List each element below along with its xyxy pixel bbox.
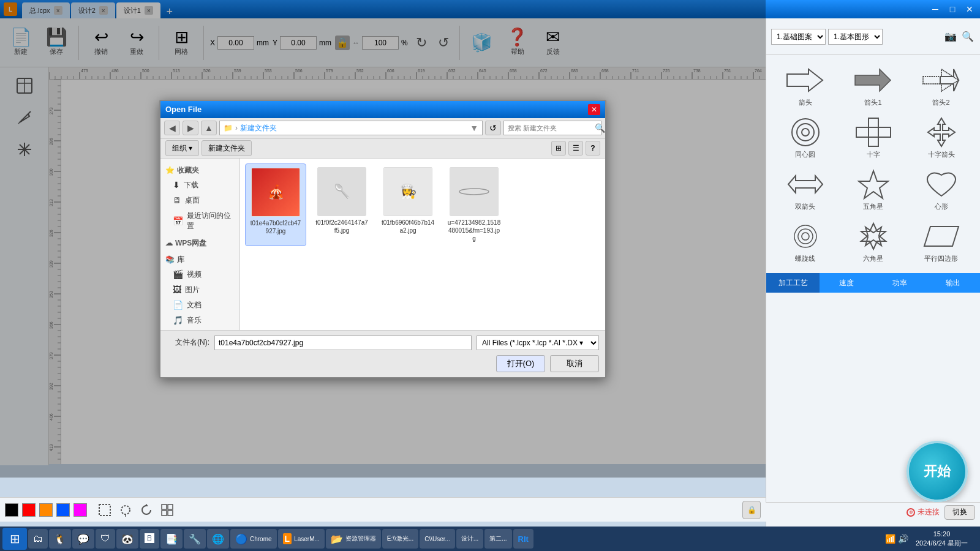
filetype-select[interactable]: All Files (*.lcpx *.lcp *.AI *.DX ▾	[477, 335, 599, 350]
taskbar-item-laser2[interactable]: E:\\激光...	[382, 529, 418, 549]
shape-cross-arrow[interactable]: 十字箭头	[910, 114, 973, 162]
color-red[interactable]	[22, 503, 36, 517]
switch-button[interactable]: 切换	[944, 505, 975, 520]
nav-refresh-button[interactable]: ↺	[485, 121, 501, 135]
shape-parallelogram[interactable]: 平行四边形	[910, 219, 973, 266]
search-icon[interactable]: 🔍	[960, 29, 975, 44]
grid-tool[interactable]	[158, 501, 176, 519]
nav-up-button[interactable]: ▲	[201, 121, 217, 135]
svg-point-239	[797, 124, 814, 141]
tray-network-icon[interactable]: 📶	[885, 534, 895, 544]
tab-power[interactable]: 功率	[873, 273, 927, 293]
taskbar-item-app1[interactable]: 🐼	[116, 529, 138, 549]
start-button[interactable]: 开始	[907, 441, 968, 502]
taskbar-item-baidu[interactable]: 🅱	[140, 529, 159, 549]
view-help-button[interactable]: ?	[586, 141, 600, 156]
cancel-button[interactable]: 取消	[550, 355, 599, 372]
close-button[interactable]: ✕	[962, 2, 978, 16]
taskbar-item-360[interactable]: 🛡	[96, 529, 115, 549]
taskbar-cuser-label: C\\User...	[424, 536, 450, 542]
file-item-2[interactable]: 🥄 t01f0f2c2464147a7f5.jpg	[311, 163, 372, 246]
view-details-button[interactable]: ☰	[568, 141, 583, 156]
shape-star5[interactable]: 五角星	[842, 167, 905, 214]
taskbar-item-files[interactable]: 🗂	[28, 529, 48, 549]
sidebar-download-label: 下载	[184, 180, 198, 190]
taskbar-item-chrome2[interactable]: 第二...	[484, 529, 511, 549]
svg-rect-232	[162, 511, 167, 515]
shape-spiral[interactable]: 螺旋线	[774, 219, 837, 266]
taskbar-item-cuser[interactable]: C\\User...	[420, 529, 455, 549]
recent-icon: 📅	[173, 216, 183, 226]
wps-header[interactable]: ☁ WPS网盘	[160, 236, 239, 250]
sidebar-download[interactable]: ⬇ 下载	[160, 178, 239, 193]
taskbar-item-app2[interactable]: 🔧	[184, 529, 206, 549]
sidebar-recent[interactable]: 📅 最近访问的位置	[160, 208, 239, 234]
connect-status-label: 未连接	[918, 507, 940, 517]
new-folder-button[interactable]: 新建文件夹	[202, 140, 252, 156]
color-blue[interactable]	[56, 503, 70, 517]
shape-circle[interactable]: 同心圆	[774, 114, 837, 162]
sidebar-music[interactable]: 🎵 音乐	[160, 313, 239, 328]
minimize-button[interactable]: ─	[927, 2, 943, 16]
tab-process-label: 加工工艺	[778, 278, 808, 288]
sidebar-desktop[interactable]: 🖥 桌面	[160, 193, 239, 208]
file-item-1[interactable]: 🎪 t01e4a7b0cf2cb47927.jpg	[245, 163, 306, 246]
rotate-tool[interactable]	[137, 501, 156, 519]
color-orange[interactable]	[39, 503, 53, 517]
dialog-close-button[interactable]: ✕	[588, 104, 600, 115]
shape-arrow2[interactable]: 箭头1	[842, 62, 905, 110]
shape-heart[interactable]: 心形	[910, 167, 973, 214]
shape-arrow3[interactable]: 箭头2	[910, 62, 973, 110]
tray-sound-icon[interactable]: 🔊	[898, 534, 908, 544]
shape-arrow1[interactable]: 箭头	[774, 62, 837, 110]
nav-path-segment[interactable]: 新建文件夹	[240, 123, 277, 133]
nav-back-button[interactable]: ◀	[164, 121, 180, 135]
tab-speed[interactable]: 速度	[820, 273, 873, 293]
taskbar-item-lasermaker[interactable]: L LaserM...	[278, 529, 325, 549]
nav-forward-button[interactable]: ▶	[183, 121, 198, 135]
search-input[interactable]	[508, 124, 592, 132]
shape-category-select[interactable]: 1.基础图案	[771, 29, 826, 45]
shape-double-arrow[interactable]: 双箭头	[774, 167, 837, 214]
taskbar-item-wechat[interactable]: 💬	[72, 529, 94, 549]
taskbar-item-pdf[interactable]: 📑	[160, 529, 183, 549]
file-name-1: t01e4a7b0cf2cb47927.jpg	[249, 219, 302, 235]
lasso-tool[interactable]	[116, 501, 135, 519]
color-pink[interactable]	[74, 503, 87, 517]
svg-rect-241	[869, 118, 878, 146]
start-menu-button[interactable]: ⊞	[2, 528, 27, 550]
favorites-header[interactable]: ⭐ 收藏夹	[160, 163, 239, 178]
filename-input[interactable]	[214, 335, 472, 350]
taskbar-item-qq[interactable]: 🐧	[49, 529, 71, 549]
file-thumb-2: 🥄	[317, 167, 366, 216]
taskbar-clock[interactable]: 15:20 2024/6/24 星期一	[911, 530, 973, 549]
rect-select-tool[interactable]	[96, 501, 114, 519]
color-black[interactable]	[5, 503, 18, 517]
sidebar-video[interactable]: 🎬 视频	[160, 267, 239, 282]
maximize-button[interactable]: □	[944, 2, 960, 16]
shape-cross[interactable]: 十字	[842, 114, 905, 162]
sidebar-image[interactable]: 🖼 图片	[160, 282, 239, 298]
tab-output[interactable]: 输出	[927, 273, 980, 293]
taskbar-item-explorer[interactable]: 📂 资源管理器	[326, 529, 381, 549]
open-button[interactable]: 打开(O)	[496, 355, 545, 372]
taskbar-item-chrome[interactable]: 🔵 Chrome	[230, 529, 277, 549]
taskbar-item-rit[interactable]: RIt	[513, 529, 533, 549]
taskbar-item-design[interactable]: 设计...	[456, 529, 483, 549]
dialog-body: ⭐ 收藏夹 ⬇ 下载 🖥 桌面 📅 最近访问的位置	[160, 159, 605, 330]
camera-icon[interactable]: 📷	[943, 29, 958, 44]
shape-type-select[interactable]: 1.基本图形	[828, 29, 883, 45]
dialog-files[interactable]: 🎪 t01e4a7b0cf2cb47927.jpg 🥄 t01f0f2c2464…	[240, 159, 605, 330]
organize-button[interactable]: 组织 ▾	[165, 140, 199, 156]
file-item-3[interactable]: 👩‍🍳 t01fb6960f46b7b14a2.jpg	[377, 163, 439, 246]
library-header[interactable]: 📚 库	[160, 253, 239, 267]
tab-process[interactable]: 加工工艺	[766, 273, 820, 293]
file-item-4[interactable]: u=472134982,1518480015&fm=193.jpg	[443, 163, 505, 246]
view-mode-button[interactable]: ⊞	[551, 141, 566, 156]
double-arrow-label: 双箭头	[795, 202, 815, 211]
sidebar-document[interactable]: 📄 文档	[160, 298, 239, 313]
shape-star6[interactable]: 六角星	[842, 219, 905, 266]
bottom-lock-icon[interactable]: 🔒	[742, 501, 761, 519]
nav-path-dropdown[interactable]: ▼	[470, 123, 478, 133]
taskbar-item-browser[interactable]: 🌐	[207, 529, 229, 549]
